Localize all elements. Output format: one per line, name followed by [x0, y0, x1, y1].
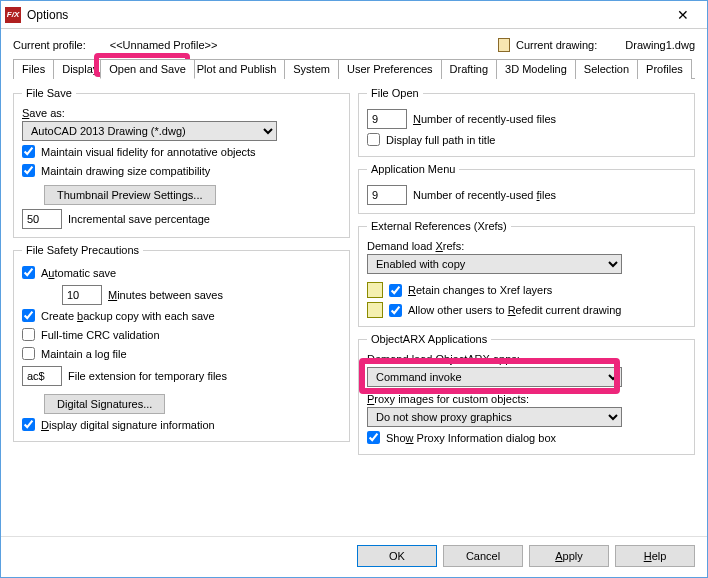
- drawing-icon: [496, 37, 512, 53]
- retain-xref-label: Retain changes to Xref layers: [408, 284, 552, 296]
- proxy-select[interactable]: Do not show proxy graphics: [367, 407, 622, 427]
- backup-checkbox[interactable]: Create backup copy with each save: [22, 309, 215, 322]
- save-as-label: Save as:: [22, 107, 341, 119]
- profile-name: <<Unnamed Profile>>: [110, 39, 218, 51]
- cancel-button[interactable]: Cancel: [443, 545, 523, 567]
- tab-user-preferences[interactable]: User Preferences: [338, 59, 442, 79]
- profile-row: Current profile: <<Unnamed Profile>> Cur…: [1, 29, 707, 57]
- tab-profiles[interactable]: Profiles: [637, 59, 692, 79]
- group-arx: ObjectARX Applications Demand load Objec…: [358, 333, 695, 455]
- group-file-save: File Save Save as: AutoCAD 2013 Drawing …: [13, 87, 350, 238]
- legend-xrefs: External References (Xrefs): [367, 220, 511, 232]
- legend-file-safety: File Safety Precautions: [22, 244, 143, 256]
- proxy-label: Proxy images for custom objects:: [367, 393, 686, 405]
- tab-selection[interactable]: Selection: [575, 59, 638, 79]
- crc-checkbox[interactable]: Full-time CRC validation: [22, 328, 160, 341]
- recent-files-label: Number of recently-used files: [413, 113, 556, 125]
- legend-file-open: File Open: [367, 87, 423, 99]
- logfile-label: Maintain a log file: [41, 348, 127, 360]
- ok-button[interactable]: OK: [357, 545, 437, 567]
- current-drawing-label: Current drawing:: [516, 39, 597, 51]
- refedit-icon: [367, 302, 383, 318]
- dialog-buttons: OK Cancel Apply Help: [1, 536, 707, 577]
- tab-plot-publish[interactable]: Plot and Publish: [194, 59, 286, 79]
- xref-layer-icon: [367, 282, 383, 298]
- digital-signatures-button[interactable]: Digital Signatures...: [44, 394, 165, 414]
- group-file-safety: File Safety Precautions Automatic save M…: [13, 244, 350, 442]
- display-sig-checkbox[interactable]: Display digital signature information: [22, 418, 215, 431]
- tab-system[interactable]: System: [284, 59, 339, 79]
- titlebar: F/X Options ✕: [1, 1, 707, 29]
- incremental-save-label: Incremental save percentage: [68, 213, 210, 225]
- app-recent-input[interactable]: [367, 185, 407, 205]
- maintain-compat-checkbox[interactable]: Maintain drawing size compatibility: [22, 164, 210, 177]
- demand-xref-label: Demand load Xrefs:: [367, 240, 686, 252]
- full-path-checkbox[interactable]: Display full path in title: [367, 133, 495, 146]
- temp-ext-label: File extension for temporary files: [68, 370, 227, 382]
- group-xrefs: External References (Xrefs) Demand load …: [358, 220, 695, 327]
- display-sig-label: Display digital signature information: [41, 419, 215, 431]
- close-button[interactable]: ✕: [663, 2, 703, 28]
- tab-3d-modeling[interactable]: 3D Modeling: [496, 59, 576, 79]
- help-button[interactable]: Help: [615, 545, 695, 567]
- backup-label: Create backup copy with each save: [41, 310, 215, 322]
- app-recent-label: Number of recently-used files: [413, 189, 556, 201]
- profile-label: Current profile:: [13, 39, 86, 51]
- tab-files[interactable]: Files: [13, 59, 54, 79]
- refedit-label: Allow other users to Refedit current dra…: [408, 304, 621, 316]
- legend-app-menu: Application Menu: [367, 163, 459, 175]
- temp-ext-input[interactable]: [22, 366, 62, 386]
- tab-strip: Files Display Open and Save Plot and Pub…: [1, 59, 707, 79]
- tab-open-and-save[interactable]: Open and Save: [100, 59, 194, 79]
- retain-xref-checkbox[interactable]: Retain changes to Xref layers: [389, 284, 552, 297]
- show-proxy-checkbox[interactable]: Show Proxy Information dialog box: [367, 431, 556, 444]
- window-title: Options: [27, 8, 68, 22]
- refedit-checkbox[interactable]: Allow other users to Refedit current dra…: [389, 304, 621, 317]
- tab-display[interactable]: Display: [53, 59, 101, 79]
- demand-arx-label: Demand load ObjectARX apps:: [367, 353, 686, 365]
- demand-arx-select[interactable]: Command invoke: [367, 367, 622, 387]
- recent-files-input[interactable]: [367, 109, 407, 129]
- current-drawing-name: Drawing1.dwg: [625, 39, 695, 51]
- app-icon: F/X: [5, 7, 21, 23]
- thumbnail-settings-button[interactable]: Thumbnail Preview Settings...: [44, 185, 216, 205]
- legend-file-save: File Save: [22, 87, 76, 99]
- minutes-label: Minutes between saves: [108, 289, 223, 301]
- logfile-checkbox[interactable]: Maintain a log file: [22, 347, 127, 360]
- incremental-save-input[interactable]: [22, 209, 62, 229]
- apply-button[interactable]: Apply: [529, 545, 609, 567]
- auto-save-label: Automatic save: [41, 267, 116, 279]
- save-as-select[interactable]: AutoCAD 2013 Drawing (*.dwg): [22, 121, 277, 141]
- group-app-menu: Application Menu Number of recently-used…: [358, 163, 695, 214]
- tab-drafting[interactable]: Drafting: [441, 59, 498, 79]
- minutes-input[interactable]: [62, 285, 102, 305]
- demand-xref-select[interactable]: Enabled with copy: [367, 254, 622, 274]
- show-proxy-label: Show Proxy Information dialog box: [386, 432, 556, 444]
- group-file-open: File Open Number of recently-used files …: [358, 87, 695, 157]
- legend-arx: ObjectARX Applications: [367, 333, 491, 345]
- auto-save-checkbox[interactable]: Automatic save: [22, 266, 116, 279]
- maintain-fidelity-checkbox[interactable]: Maintain visual fidelity for annotative …: [22, 145, 256, 158]
